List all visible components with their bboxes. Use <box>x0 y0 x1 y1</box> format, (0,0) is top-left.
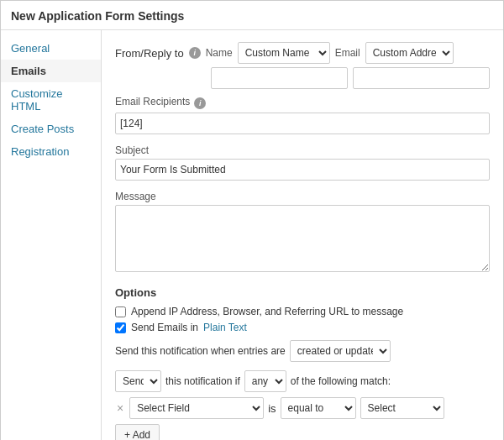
any-select[interactable]: any all <box>244 370 286 392</box>
subject-row: Subject <box>115 144 490 181</box>
plain-text-checkbox[interactable] <box>115 322 126 333</box>
is-equal-select[interactable]: equal to not equal to contains starts wi… <box>281 397 356 419</box>
sidebar-item-emails[interactable]: Emails <box>1 60 101 82</box>
append-ip-row: Append IP Address, Browser, and Referrin… <box>115 306 490 317</box>
email-recipients-row: Email Recipients i <box>115 96 490 134</box>
name-select[interactable]: Custom Name Field Value <box>238 42 330 64</box>
select-value-select[interactable]: Select <box>360 397 444 419</box>
from-reply-label: From/Reply to <box>115 47 184 60</box>
plain-text-row: Send Emails in Plain Text <box>115 322 490 333</box>
page-title: New Application Form Settings <box>1 1 503 30</box>
append-ip-checkbox[interactable] <box>115 306 126 317</box>
main-content: From/Reply to i Name Custom Name Field V… <box>102 30 503 440</box>
select-field-select[interactable]: Select Field <box>129 397 264 419</box>
message-row: Message <box>115 191 490 275</box>
page-wrapper: New Application Form Settings General Em… <box>0 0 504 440</box>
is-label: is <box>268 402 276 415</box>
notification-row: Send this notification when entries are … <box>115 340 490 362</box>
created-updated-select[interactable]: created or updated created updated <box>290 340 391 362</box>
email-recipients-label: Email Recipients <box>115 96 190 107</box>
sidebar: General Emails Customize HTML Create Pos… <box>1 30 102 440</box>
subject-input[interactable] <box>115 159 490 181</box>
plain-text-link[interactable]: Plain Text <box>203 322 247 333</box>
from-inputs <box>115 67 490 89</box>
from-reply-block: From/Reply to i Name Custom Name Field V… <box>115 42 490 64</box>
from-reply-info-icon[interactable]: i <box>189 47 201 59</box>
sidebar-item-customize-html[interactable]: Customize HTML <box>1 82 101 118</box>
send-select[interactable]: Send Don't Send <box>115 370 161 392</box>
add-button[interactable]: + Add <box>115 424 160 440</box>
remove-condition-button[interactable]: × <box>115 402 125 414</box>
add-row: + Add <box>115 424 490 440</box>
subject-label: Subject <box>115 144 490 156</box>
notification-if-label: this notification if <box>165 375 240 387</box>
email-recipients-input[interactable] <box>115 113 490 134</box>
name-label: Name <box>206 47 233 59</box>
content-area: General Emails Customize HTML Create Pos… <box>1 30 503 440</box>
sidebar-item-general[interactable]: General <box>1 37 101 60</box>
message-label: Message <box>115 191 490 202</box>
append-ip-label: Append IP Address, Browser, and Referrin… <box>131 306 403 317</box>
from-name-input[interactable] <box>211 67 348 89</box>
email-recipients-info-icon[interactable]: i <box>194 97 206 109</box>
sidebar-item-create-posts[interactable]: Create Posts <box>1 118 101 140</box>
conditional-row: Send Don't Send this notification if any… <box>115 370 490 392</box>
notification-prefix: Send this notification when entries are <box>115 345 286 357</box>
options-title: Options <box>115 286 490 299</box>
options-section: Options Append IP Address, Browser, and … <box>115 286 490 440</box>
sidebar-item-registration[interactable]: Registration <box>1 140 101 163</box>
email-label-text: Email <box>335 47 360 59</box>
match-row: × Select Field is equal to not equal to … <box>115 397 490 419</box>
plain-text-label: Send Emails in <box>131 322 198 333</box>
message-textarea[interactable] <box>115 205 490 272</box>
from-email-input[interactable] <box>353 67 490 89</box>
of-following-label: of the following match: <box>291 375 391 387</box>
email-address-select[interactable]: Custom Address Field Value <box>365 42 454 64</box>
